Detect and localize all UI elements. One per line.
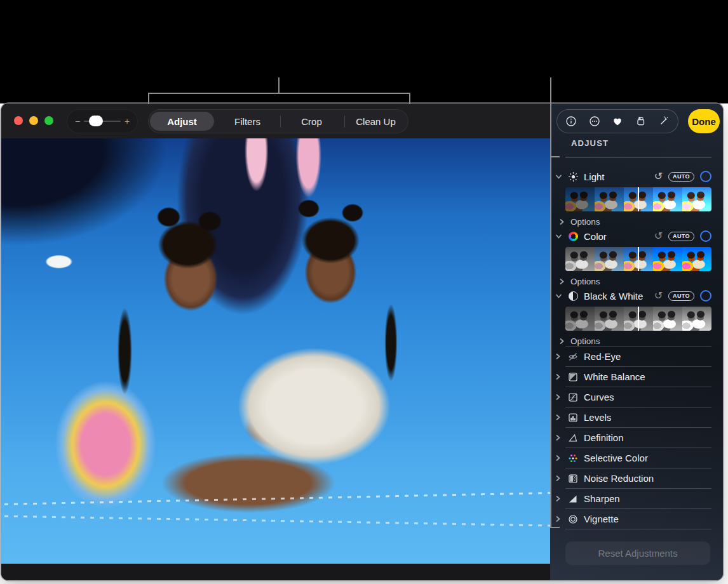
tool-label: Red-Eye — [584, 351, 621, 362]
tab-filters[interactable]: Filters — [215, 110, 280, 133]
tool-row-sharpen[interactable]: Sharpen — [550, 489, 723, 508]
strip-thumbnail — [565, 247, 595, 271]
zoom-slider[interactable]: − + — [67, 109, 138, 133]
light-options-toggle[interactable]: Options — [550, 215, 723, 228]
info-icon[interactable] — [564, 114, 578, 128]
tool-row-white-balance[interactable]: White Balance — [550, 367, 723, 387]
tab-clean-up[interactable]: Clean Up — [344, 110, 408, 133]
zoom-slider-track[interactable] — [84, 121, 121, 122]
tool-row-vignette[interactable]: Vignette — [550, 509, 723, 529]
tab-adjust[interactable]: Adjust — [150, 112, 214, 131]
section-label: Color — [584, 231, 607, 242]
zoom-window-button[interactable] — [44, 116, 53, 125]
zoom-in-button[interactable]: + — [123, 117, 131, 126]
chevron-down-icon[interactable] — [555, 173, 562, 180]
more-icon[interactable] — [588, 114, 602, 128]
mat-seam-line — [1, 515, 550, 526]
chevron-right-icon[interactable] — [555, 373, 562, 380]
tool-row-red-eye[interactable]: Red-Eye — [550, 347, 723, 366]
sharpen-icon — [567, 494, 579, 504]
options-label: Options — [570, 336, 600, 346]
close-button[interactable] — [14, 116, 23, 125]
chevron-right-icon[interactable] — [559, 338, 566, 345]
tool-label: Levels — [584, 412, 611, 423]
strip-thumbnail — [653, 187, 682, 211]
rotate-icon[interactable] — [634, 114, 648, 128]
definition-icon — [567, 433, 579, 443]
strip-thumbnail — [682, 247, 711, 271]
tool-row-curves[interactable]: Curves — [550, 387, 723, 407]
auto-enhance-icon[interactable] — [657, 114, 671, 128]
auto-button[interactable]: AUTO — [668, 291, 694, 301]
mat-seam-line — [1, 492, 550, 506]
light-section-header[interactable]: Light ↺ AUTO — [550, 167, 723, 186]
chevron-down-icon[interactable] — [555, 293, 562, 300]
callout-line — [148, 93, 149, 104]
strip-thumbnail — [595, 187, 624, 211]
strip-value-indicator[interactable] — [638, 187, 639, 211]
chevron-right-icon[interactable] — [555, 353, 562, 360]
light-sun-icon — [567, 171, 579, 182]
tool-row-definition[interactable]: Definition — [550, 428, 723, 448]
tool-label: Selective Color — [584, 453, 648, 463]
callout-line — [278, 77, 280, 93]
chevron-right-icon[interactable] — [559, 278, 566, 285]
color-wheel-icon — [567, 232, 579, 241]
chevron-right-icon[interactable] — [555, 434, 562, 441]
chevron-right-icon[interactable] — [555, 455, 562, 461]
black-white-icon — [567, 291, 579, 301]
chevron-right-icon[interactable] — [555, 495, 562, 502]
noise-reduction-icon — [567, 474, 579, 484]
chevron-right-icon[interactable] — [555, 515, 562, 522]
chevron-right-icon[interactable] — [559, 218, 566, 225]
undo-icon[interactable]: ↺ — [654, 231, 663, 241]
red-eye-icon — [567, 352, 579, 362]
tool-label: Definition — [584, 432, 624, 443]
strip-thumbnail — [595, 307, 624, 331]
enable-checkbox[interactable] — [700, 171, 711, 182]
chevron-right-icon[interactable] — [555, 394, 562, 401]
strip-value-indicator[interactable] — [638, 307, 639, 331]
divider — [280, 116, 281, 128]
callout-line — [148, 93, 410, 94]
auto-button[interactable]: AUTO — [668, 232, 694, 241]
tool-label: Curves — [584, 392, 614, 402]
tool-row-noise-reduction[interactable]: Noise Reduction — [550, 468, 723, 488]
undo-icon[interactable]: ↺ — [654, 171, 663, 182]
chevron-right-icon[interactable] — [555, 414, 562, 421]
enable-checkbox[interactable] — [700, 230, 711, 242]
light-adjustment-strip[interactable] — [565, 187, 711, 211]
chevron-right-icon[interactable] — [555, 475, 562, 482]
tool-row-selective-color[interactable]: Selective Color — [550, 448, 723, 468]
favorite-icon[interactable] — [610, 114, 624, 128]
callout-line — [550, 156, 560, 157]
zoom-out-button[interactable]: − — [74, 117, 81, 126]
done-button[interactable]: Done — [688, 109, 720, 133]
letterbox-bar — [1, 564, 550, 580]
auto-button[interactable]: AUTO — [668, 172, 694, 182]
photo-action-bar — [556, 109, 678, 133]
strip-thumbnail — [653, 247, 682, 271]
color-section-header[interactable]: Color ↺ AUTO — [550, 227, 723, 246]
tool-row-levels[interactable]: Levels — [550, 408, 723, 427]
black-white-options-toggle[interactable]: Options — [550, 335, 723, 347]
options-label: Options — [570, 217, 600, 227]
black-white-section-header[interactable]: Black & White ↺ AUTO — [550, 286, 723, 305]
vignette-icon — [567, 514, 579, 524]
zoom-slider-knob[interactable] — [89, 116, 103, 126]
chevron-down-icon[interactable] — [555, 233, 562, 240]
enable-checkbox[interactable] — [700, 290, 711, 302]
tool-label: White Balance — [584, 371, 645, 382]
black-white-adjustment-strip[interactable] — [565, 307, 711, 331]
strip-value-indicator[interactable] — [638, 247, 639, 271]
color-adjustment-strip[interactable] — [565, 247, 711, 271]
undo-icon[interactable]: ↺ — [654, 291, 663, 301]
color-options-toggle[interactable]: Options — [550, 275, 723, 288]
panel-title: ADJUST — [571, 138, 609, 148]
reset-adjustments-button[interactable]: Reset Adjustments — [565, 541, 710, 565]
selective-color-icon — [567, 453, 579, 463]
minimize-button[interactable] — [29, 116, 38, 125]
tab-crop[interactable]: Crop — [280, 110, 344, 133]
background-top — [0, 0, 728, 103]
options-label: Options — [570, 277, 600, 286]
